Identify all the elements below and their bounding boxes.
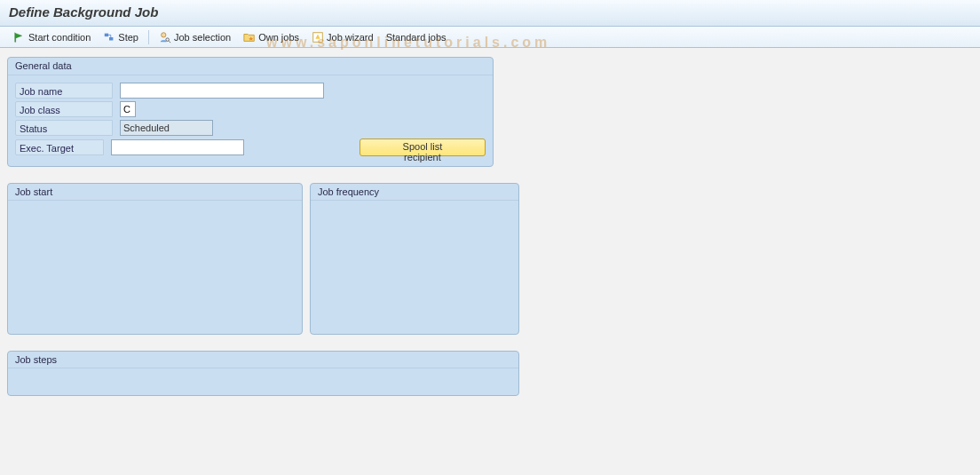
job-steps-panel: Job steps	[7, 351, 519, 396]
job-frequency-body	[311, 201, 518, 334]
spool-list-recipient-button[interactable]: Spool list recipient	[360, 139, 486, 156]
flag-icon	[13, 31, 26, 44]
page-title: Define Background Job	[0, 0, 980, 27]
exec-target-input[interactable]	[111, 139, 244, 155]
status-field	[120, 120, 213, 136]
job-steps-body	[8, 368, 518, 395]
job-selection-button[interactable]: Job selection	[153, 28, 237, 46]
svg-line-4	[169, 41, 170, 43]
toolbar-label: Own jobs	[258, 32, 299, 43]
own-jobs-button[interactable]: Own jobs	[237, 28, 305, 46]
job-name-label: Job name	[15, 83, 113, 99]
job-wizard-button[interactable]: Job wizard	[305, 28, 380, 46]
job-start-body	[8, 201, 302, 334]
toolbar-label: Step	[118, 32, 138, 43]
svg-rect-0	[105, 33, 108, 36]
start-condition-button[interactable]: Start condition	[7, 28, 97, 46]
panel-title: Job frequency	[311, 184, 518, 201]
job-class-input[interactable]	[120, 101, 136, 117]
job-frequency-panel: Job frequency	[310, 183, 519, 335]
toolbar-separator	[148, 30, 149, 44]
wizard-icon	[312, 31, 324, 44]
toolbar-label: Standard jobs	[386, 32, 447, 43]
group-title: General data	[8, 58, 493, 75]
svg-point-2	[162, 32, 166, 36]
exec-target-label: Exec. Target	[15, 139, 104, 155]
job-class-label: Job class	[15, 101, 113, 117]
standard-jobs-button[interactable]: Standard jobs	[380, 29, 453, 45]
toolbar-label: Job selection	[174, 32, 231, 43]
content-area: General data Job name Job class Status E…	[0, 48, 980, 405]
step-button[interactable]: Step	[97, 28, 145, 46]
svg-point-3	[166, 37, 170, 41]
toolbar-label: Job wizard	[327, 32, 374, 43]
person-search-icon	[159, 31, 171, 44]
panel-title: Job start	[8, 184, 302, 201]
job-start-panel: Job start	[7, 183, 303, 335]
job-name-input[interactable]	[120, 83, 324, 99]
general-data-group: General data Job name Job class Status E…	[7, 57, 494, 167]
application-toolbar: Start condition Step Job selection Own j…	[0, 27, 980, 48]
step-icon	[103, 31, 115, 44]
status-label: Status	[15, 120, 113, 136]
panel-title: Job steps	[8, 352, 518, 368]
folder-star-icon	[243, 31, 256, 44]
toolbar-label: Start condition	[28, 32, 91, 43]
